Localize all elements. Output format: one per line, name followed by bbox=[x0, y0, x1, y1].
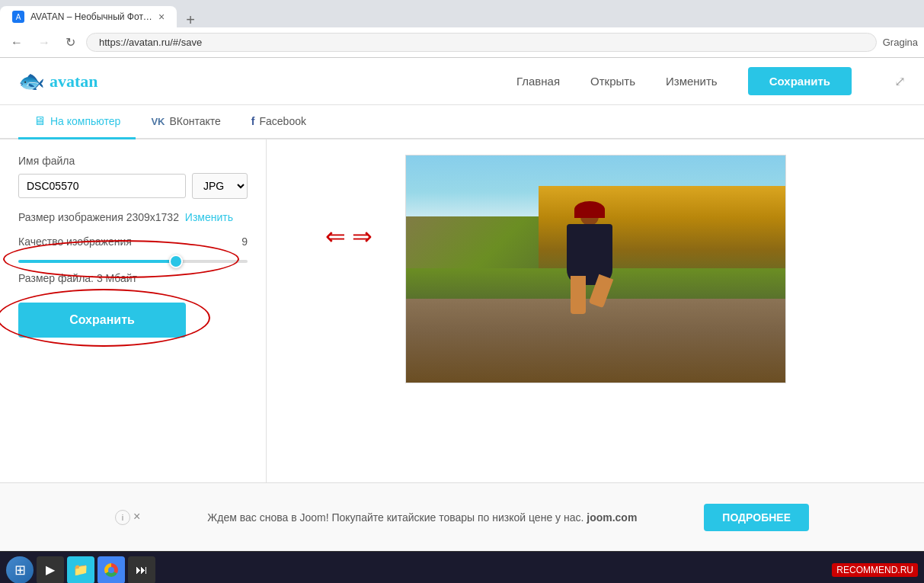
ad-bar: i × Ждем вас снова в Joom! Покупайте кит… bbox=[0, 482, 924, 551]
tab-close-button[interactable]: × bbox=[158, 11, 165, 23]
save-button[interactable]: Сохранить bbox=[18, 303, 186, 338]
nav-links: Главная Открыть Изменить Сохранить bbox=[516, 67, 852, 95]
taskbar-media-button[interactable]: ▶ bbox=[37, 556, 64, 584]
taskbar-chrome-button[interactable] bbox=[98, 556, 125, 584]
arrow-right-icon: ⇒ bbox=[352, 222, 372, 251]
filesize-value: 3 Мбайт bbox=[97, 272, 137, 284]
ad-info-button[interactable]: i bbox=[115, 510, 130, 525]
ad-domain: joom.com bbox=[587, 511, 637, 524]
slider-wrapper bbox=[18, 252, 248, 266]
taskbar: ⊞ ▶ 📁 ⏭ RECOMMEND.RU bbox=[0, 551, 924, 583]
browser-chrome: A AVATAN – Необычный Фоторе... × + ← → ↻… bbox=[0, 0, 924, 58]
photo-preview bbox=[405, 155, 786, 383]
expand-button[interactable]: ⤢ bbox=[894, 73, 906, 90]
vk-icon: VK bbox=[151, 116, 165, 127]
size-label: Размер изображения bbox=[18, 211, 123, 223]
quality-slider[interactable] bbox=[18, 260, 248, 263]
quality-label: Качество изображения bbox=[18, 235, 132, 248]
sub-nav-vk-label: ВКонтакте bbox=[169, 115, 220, 127]
nav-home[interactable]: Главная bbox=[516, 75, 560, 88]
size-change-link[interactable]: Изменить bbox=[185, 211, 233, 223]
ad-text-content: Ждем вас снова в Joom! Покупайте китайск… bbox=[207, 511, 583, 524]
browser-tab-active[interactable]: A AVATAN – Необычный Фоторе... × bbox=[0, 6, 177, 27]
page-content: 🐟 avatan Главная Открыть Изменить Сохран… bbox=[0, 58, 924, 551]
nav-edit[interactable]: Изменить bbox=[666, 75, 718, 88]
filesize-label: Размер файла: bbox=[18, 272, 94, 284]
address-bar: ← → ↻ Gragina bbox=[0, 27, 924, 58]
taskbar-right: RECOMMEND.RU bbox=[832, 563, 918, 577]
tab-title: AVATAN – Необычный Фоторе... bbox=[30, 11, 152, 22]
main-content: Имя файла JPG PNG BMP Размер изображения… bbox=[0, 139, 924, 482]
sub-nav-facebook-label: Facebook bbox=[259, 115, 305, 127]
arrows-decoration: ⇐ ⇒ bbox=[325, 222, 372, 251]
taskbar-video-button[interactable]: ⏭ bbox=[128, 556, 155, 584]
ad-text: Ждем вас снова в Joom! Покупайте китайск… bbox=[155, 511, 689, 524]
tab-favicon: A bbox=[12, 11, 24, 23]
sub-nav-computer[interactable]: 🖥 На компьютер bbox=[18, 105, 136, 139]
ad-close-button[interactable]: × bbox=[133, 510, 140, 524]
computer-icon: 🖥 bbox=[34, 114, 46, 128]
ad-controls: i × bbox=[115, 510, 140, 525]
user-label: Gragina bbox=[883, 37, 918, 48]
size-value: 2309x1732 bbox=[126, 211, 179, 223]
filename-label: Имя файла bbox=[18, 155, 248, 167]
quality-label-row: Качество изображения 9 bbox=[18, 235, 248, 248]
taskbar-files-button[interactable]: 📁 bbox=[67, 556, 94, 584]
format-select[interactable]: JPG PNG BMP bbox=[192, 173, 248, 199]
sub-nav-computer-label: На компьютер bbox=[50, 115, 120, 127]
ad-action-button[interactable]: ПОДРОБНЕЕ bbox=[704, 504, 809, 531]
logo-text: avatan bbox=[50, 72, 98, 91]
nav-open[interactable]: Открыть bbox=[590, 75, 635, 88]
slider-container bbox=[18, 252, 248, 266]
quality-value: 9 bbox=[241, 235, 248, 248]
url-input[interactable] bbox=[86, 33, 877, 52]
right-panel bbox=[267, 139, 924, 482]
filesize-row: Размер файла: 3 Мбайт bbox=[18, 272, 248, 284]
filename-row: JPG PNG BMP bbox=[18, 173, 248, 199]
arrow-left-icon: ⇐ bbox=[325, 222, 346, 251]
taskbar-start-button[interactable]: ⊞ bbox=[6, 556, 34, 584]
logo-icon: 🐟 bbox=[18, 69, 45, 94]
refresh-button[interactable]: ↻ bbox=[61, 32, 80, 53]
sub-nav-vk[interactable]: VK ВКонтакте bbox=[136, 106, 235, 139]
person-silhouette bbox=[559, 207, 620, 322]
left-panel: Имя файла JPG PNG BMP Размер изображения… bbox=[0, 139, 267, 482]
logo-area: 🐟 avatan bbox=[18, 69, 98, 94]
back-button[interactable]: ← bbox=[6, 33, 27, 53]
taskbar-recommend-logo: RECOMMEND.RU bbox=[832, 563, 918, 577]
sub-nav-facebook[interactable]: f Facebook bbox=[236, 106, 321, 139]
nav-save-button[interactable]: Сохранить bbox=[748, 67, 852, 95]
forward-button[interactable]: → bbox=[34, 33, 55, 53]
save-button-wrapper: Сохранить bbox=[18, 303, 186, 338]
top-nav: 🐟 avatan Главная Открыть Изменить Сохран… bbox=[0, 58, 924, 105]
new-tab-button[interactable]: + bbox=[177, 12, 204, 27]
sub-nav: 🖥 На компьютер VK ВКонтакте f Facebook bbox=[0, 105, 924, 139]
filename-input[interactable] bbox=[18, 174, 186, 198]
size-row: Размер изображения 2309x1732 Изменить bbox=[18, 211, 248, 223]
facebook-icon: f bbox=[251, 115, 255, 127]
tab-bar: A AVATAN – Необычный Фоторе... × + bbox=[0, 0, 924, 27]
